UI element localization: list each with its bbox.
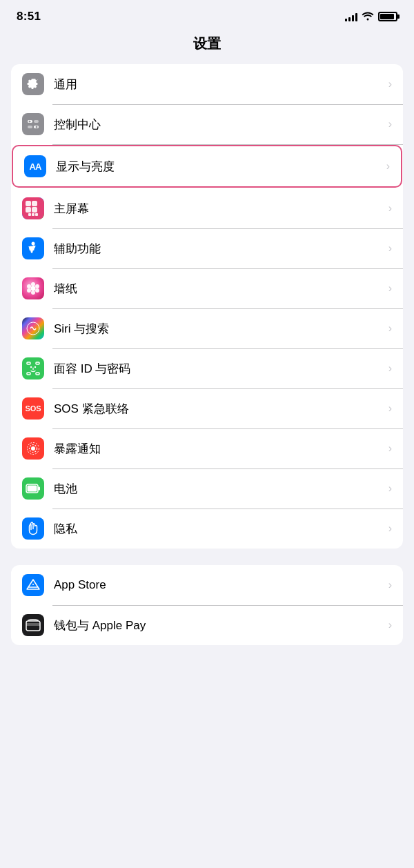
switches-icon (22, 113, 44, 135)
svg-point-20 (27, 284, 31, 288)
siri-icon (22, 317, 44, 339)
svg-point-19 (27, 288, 31, 293)
exposure-label: 暴露通知 (54, 441, 388, 457)
settings-row-wallet[interactable]: 钱包与 Apple Pay › (11, 605, 403, 645)
settings-row-appstore[interactable]: App Store › (11, 565, 403, 605)
battery-setting-icon (22, 477, 44, 500)
chevron-icon: › (388, 118, 392, 130)
chevron-icon: › (388, 402, 392, 415)
display-label: 显示与亮度 (56, 159, 386, 175)
settings-row-sos[interactable]: SOS SOS 紧急联络 › (11, 388, 403, 428)
home-screen-icon (22, 197, 44, 219)
svg-point-14 (32, 242, 35, 246)
svg-point-15 (31, 282, 35, 286)
wifi-icon (362, 11, 374, 23)
settings-row-display[interactable]: AA 显示与亮度 › (13, 146, 401, 186)
highlight-border: AA 显示与亮度 › (12, 145, 402, 188)
accessibility-label: 辅助功能 (54, 241, 388, 257)
settings-row-control-center[interactable]: 控制中心 › (11, 104, 403, 144)
svg-point-27 (30, 366, 32, 368)
faceid-label: 面容 ID 与密码 (54, 361, 388, 377)
sos-icon: SOS (22, 397, 44, 420)
svg-rect-34 (28, 486, 37, 492)
chevron-icon: › (388, 482, 392, 495)
svg-rect-23 (27, 362, 30, 364)
chevron-icon: › (388, 362, 392, 375)
svg-rect-13 (35, 213, 38, 216)
svg-rect-24 (36, 362, 39, 364)
chevron-icon: › (388, 202, 392, 215)
flower-icon (22, 277, 44, 299)
svg-rect-8 (32, 201, 37, 206)
svg-point-5 (36, 126, 38, 128)
page-title: 设置 (0, 29, 414, 64)
status-icons (345, 11, 397, 23)
settings-row-wallpaper[interactable]: 墙纸 › (11, 268, 403, 308)
settings-row-privacy[interactable]: 隐私 › (11, 509, 403, 549)
home-screen-label: 主屏幕 (54, 201, 388, 217)
settings-row-accessibility[interactable]: 辅助功能 › (11, 228, 403, 268)
signal-icon (345, 12, 357, 21)
exposure-icon (22, 437, 44, 460)
chevron-icon: › (388, 322, 392, 335)
svg-rect-2 (28, 126, 32, 128)
wallet-label: 钱包与 Apple Pay (54, 618, 388, 633)
svg-rect-10 (32, 207, 37, 213)
chevron-icon: › (386, 160, 390, 172)
svg-rect-37 (26, 623, 40, 626)
svg-point-21 (31, 286, 36, 291)
chevron-icon: › (388, 442, 392, 455)
status-bar: 8:51 (0, 0, 414, 29)
chevron-icon: › (388, 282, 392, 295)
svg-point-4 (29, 121, 31, 123)
svg-rect-33 (38, 487, 40, 491)
wallet-icon (22, 614, 44, 636)
settings-row-siri[interactable]: Siri 与搜索 › (11, 308, 403, 348)
chevron-icon: › (388, 619, 392, 631)
settings-row-battery[interactable]: 电池 › (11, 468, 403, 509)
appstore-label: App Store (54, 578, 388, 592)
settings-row-general[interactable]: 通用 › (11, 64, 403, 104)
settings-row-faceid[interactable]: 面容 ID 与密码 › (11, 348, 403, 388)
battery-icon (378, 12, 397, 21)
appstore-icon (22, 574, 44, 596)
siri-label: Siri 与搜索 (54, 321, 388, 337)
chevron-icon: › (388, 78, 392, 90)
svg-rect-1 (34, 120, 39, 123)
chevron-icon: › (388, 579, 392, 591)
aa-icon: AA (24, 155, 46, 177)
svg-rect-26 (36, 373, 39, 375)
hand-icon (22, 517, 44, 540)
battery-label: 电池 (54, 481, 388, 497)
faceid-icon (22, 357, 44, 379)
svg-point-35 (32, 584, 34, 585)
settings-group-2: App Store › 钱包与 Apple Pay › (11, 565, 403, 645)
svg-point-18 (31, 290, 35, 295)
svg-rect-11 (28, 213, 31, 216)
chevron-icon: › (388, 522, 392, 535)
privacy-label: 隐私 (54, 521, 388, 537)
control-center-label: 控制中心 (54, 117, 388, 132)
svg-rect-7 (26, 201, 31, 206)
svg-point-28 (34, 366, 36, 368)
general-label: 通用 (54, 77, 388, 92)
svg-rect-12 (32, 213, 34, 216)
settings-group-1: 通用 › 控制中心 › AA 显示与亮度 › (11, 64, 403, 549)
accessibility-icon (22, 237, 44, 259)
settings-row-home-screen[interactable]: 主屏幕 › (11, 188, 403, 228)
svg-point-16 (35, 284, 39, 288)
settings-row-exposure[interactable]: 暴露通知 › (11, 428, 403, 468)
svg-rect-25 (27, 373, 30, 375)
svg-point-29 (31, 446, 35, 451)
svg-point-17 (35, 288, 39, 293)
chevron-icon: › (388, 242, 392, 255)
svg-rect-9 (26, 207, 31, 213)
status-time: 8:51 (17, 10, 41, 23)
wallpaper-label: 墙纸 (54, 281, 388, 297)
sos-label: SOS 紧急联络 (54, 401, 388, 417)
gear-icon (22, 73, 44, 95)
